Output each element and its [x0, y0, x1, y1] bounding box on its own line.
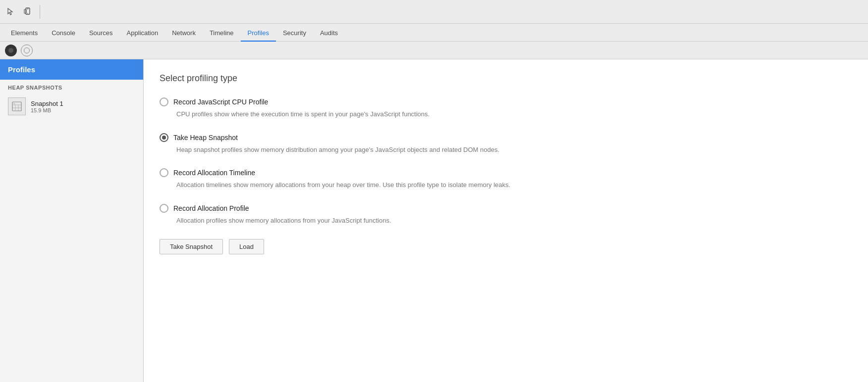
snapshot-item[interactable]: % Snapshot 1 15.9 MB: [0, 94, 143, 119]
svg-rect-1: [27, 8, 29, 9]
heap-desc: Heap snapshot profiles show memory distr…: [176, 145, 852, 155]
snapshot-name: Snapshot 1: [31, 100, 63, 107]
device-button[interactable]: [21, 5, 35, 19]
cpu-label[interactable]: Record JavaScript CPU Profile: [160, 97, 852, 106]
snapshot-icon: %: [8, 97, 26, 115]
sidebar: Profiles HEAP SNAPSHOTS % Snapshot 1 15.…: [0, 59, 144, 382]
load-button[interactable]: Load: [229, 239, 264, 254]
profile-option-cpu: Record JavaScript CPU Profile CPU profil…: [160, 97, 852, 119]
toolbar: [0, 0, 868, 24]
profile-option-alloc-timeline: Record Allocation Timeline Allocation ti…: [160, 168, 852, 190]
toolbar-icons: [4, 5, 40, 19]
tab-timeline[interactable]: Timeline: [203, 26, 241, 42]
profile-option-alloc-profile: Record Allocation Profile Allocation pro…: [160, 204, 852, 226]
main-layout: Profiles HEAP SNAPSHOTS % Snapshot 1 15.…: [0, 59, 868, 382]
alloc-timeline-label[interactable]: Record Allocation Timeline: [160, 168, 852, 177]
snapshot-info: Snapshot 1 15.9 MB: [31, 100, 63, 113]
sidebar-header: Profiles: [0, 59, 143, 80]
main-content: Select profiling type Record JavaScript …: [144, 59, 868, 382]
cpu-option-text: Record JavaScript CPU Profile: [173, 98, 268, 106]
cpu-desc: CPU profiles show where the execution ti…: [176, 109, 852, 119]
stop-button[interactable]: [21, 45, 33, 56]
tab-network[interactable]: Network: [165, 26, 203, 42]
tab-sources[interactable]: Sources: [82, 26, 120, 42]
sidebar-section-title: HEAP SNAPSHOTS: [0, 80, 143, 94]
tab-security[interactable]: Security: [276, 26, 313, 42]
alloc-profile-radio[interactable]: [160, 204, 168, 213]
heap-label[interactable]: Take Heap Snapshot: [160, 133, 852, 142]
svg-point-2: [27, 13, 28, 14]
alloc-profile-desc: Allocation profiles show memory allocati…: [176, 216, 852, 226]
alloc-timeline-option-text: Record Allocation Timeline: [173, 169, 255, 177]
take-snapshot-button[interactable]: Take Snapshot: [160, 239, 223, 254]
heap-radio-inner: [162, 136, 166, 140]
profile-option-heap: Take Heap Snapshot Heap snapshot profile…: [160, 133, 852, 155]
heap-radio[interactable]: [160, 133, 168, 142]
tab-profiles[interactable]: Profiles: [241, 26, 276, 42]
section-title: Select profiling type: [160, 73, 852, 84]
bottom-toolbar: [0, 42, 868, 59]
tab-audits[interactable]: Audits: [313, 26, 345, 42]
cpu-radio[interactable]: [160, 97, 168, 106]
alloc-profile-option-text: Record Allocation Profile: [173, 204, 249, 212]
heap-option-text: Take Heap Snapshot: [173, 134, 238, 142]
svg-rect-3: [24, 9, 26, 13]
record-button[interactable]: [5, 45, 17, 56]
alloc-profile-label[interactable]: Record Allocation Profile: [160, 204, 852, 213]
alloc-timeline-desc: Allocation timelines show memory allocat…: [176, 180, 852, 190]
alloc-timeline-radio[interactable]: [160, 168, 168, 177]
tab-bar: Elements Console Sources Application Net…: [0, 24, 868, 42]
action-buttons: Take Snapshot Load: [160, 239, 852, 254]
tab-console[interactable]: Console: [45, 26, 82, 42]
tab-application[interactable]: Application: [120, 26, 165, 42]
tab-elements[interactable]: Elements: [4, 26, 45, 42]
snapshot-size: 15.9 MB: [31, 107, 63, 113]
inspect-button[interactable]: [4, 5, 18, 19]
svg-text:%: %: [13, 102, 15, 105]
